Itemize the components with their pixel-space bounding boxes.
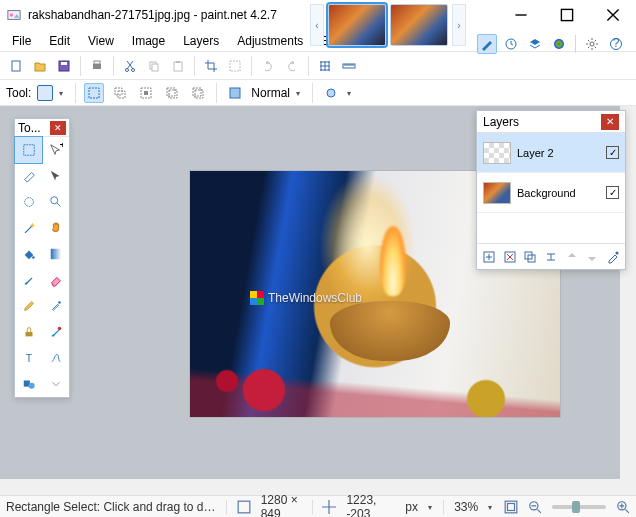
tool-shapes[interactable] bbox=[15, 371, 42, 397]
tool-paintbrush[interactable] bbox=[15, 267, 42, 293]
menu-image[interactable]: Image bbox=[124, 32, 173, 50]
blend-dropdown-icon[interactable]: ▾ bbox=[296, 89, 304, 97]
tool-dropdown-icon[interactable]: ▾ bbox=[59, 89, 67, 97]
sampling-dropdown-icon[interactable]: ▾ bbox=[347, 89, 355, 97]
menu-layers[interactable]: Layers bbox=[175, 32, 227, 50]
status-zoom[interactable]: 33% bbox=[454, 500, 478, 514]
open-icon[interactable] bbox=[30, 56, 50, 76]
layer-visibility-checkbox[interactable]: ✓ bbox=[606, 186, 619, 199]
grid-icon[interactable] bbox=[315, 56, 335, 76]
undo-icon[interactable] bbox=[258, 56, 278, 76]
status-units[interactable]: px bbox=[405, 500, 418, 514]
main-toolbar bbox=[0, 52, 636, 80]
tool-text[interactable]: T bbox=[15, 345, 42, 371]
tool-eraser[interactable] bbox=[42, 267, 69, 293]
selection-intersect-icon[interactable] bbox=[162, 83, 182, 103]
paste-icon[interactable] bbox=[168, 56, 188, 76]
layer-move-down-icon[interactable] bbox=[584, 249, 600, 265]
tool-pencil[interactable] bbox=[15, 293, 42, 319]
selection-add-icon[interactable] bbox=[110, 83, 130, 103]
tool-pan[interactable] bbox=[42, 215, 69, 241]
watermark-flag-icon bbox=[250, 291, 264, 305]
tool-selector[interactable] bbox=[37, 85, 53, 101]
print-icon[interactable] bbox=[87, 56, 107, 76]
image-thumbnail-2[interactable] bbox=[390, 4, 448, 46]
zoom-slider[interactable] bbox=[552, 505, 606, 509]
svg-point-35 bbox=[50, 197, 57, 204]
horizontal-scrollbar[interactable] bbox=[0, 479, 620, 495]
layer-properties-icon[interactable] bbox=[605, 249, 621, 265]
svg-rect-51 bbox=[507, 503, 514, 510]
history-toggle-icon[interactable] bbox=[501, 34, 521, 54]
tool-magic-wand[interactable] bbox=[15, 215, 42, 241]
ruler-icon[interactable] bbox=[339, 56, 359, 76]
tool-lasso-select[interactable] bbox=[15, 163, 42, 189]
layer-move-up-icon[interactable] bbox=[564, 249, 580, 265]
blend-mode-label[interactable]: Normal bbox=[251, 86, 290, 100]
svg-point-14 bbox=[132, 68, 135, 71]
settings-icon[interactable] bbox=[582, 34, 602, 54]
layer-row[interactable]: Background ✓ bbox=[477, 173, 625, 213]
maximize-button[interactable] bbox=[544, 0, 590, 30]
tool-move-selected-pixels[interactable] bbox=[42, 163, 69, 189]
layers-window-header[interactable]: Layers ✕ bbox=[477, 111, 625, 133]
tools-window[interactable]: To... ✕ + T bbox=[14, 118, 70, 398]
menu-view[interactable]: View bbox=[80, 32, 122, 50]
status-image-size: 1280 × 849 bbox=[261, 493, 302, 518]
imagelist-next[interactable]: › bbox=[452, 4, 466, 46]
svg-point-34 bbox=[24, 198, 33, 207]
layer-merge-icon[interactable] bbox=[543, 249, 559, 265]
layers-toggle-icon[interactable] bbox=[525, 34, 545, 54]
tools-window-header[interactable]: To... ✕ bbox=[15, 119, 69, 137]
colors-toggle-icon[interactable] bbox=[549, 34, 569, 54]
zoom-out-icon[interactable] bbox=[528, 500, 542, 514]
imagelist-prev[interactable]: ‹ bbox=[310, 4, 324, 46]
layers-window-title: Layers bbox=[483, 115, 519, 129]
zoom-in-icon[interactable] bbox=[616, 500, 630, 514]
menu-file[interactable]: File bbox=[4, 32, 39, 50]
flood-mode-icon[interactable] bbox=[225, 83, 245, 103]
tool-recolor[interactable] bbox=[42, 319, 69, 345]
tool-shapes-dropdown[interactable] bbox=[42, 371, 69, 397]
layer-duplicate-icon[interactable] bbox=[522, 249, 538, 265]
tool-gradient[interactable] bbox=[42, 241, 69, 267]
close-button[interactable] bbox=[590, 0, 636, 30]
image-thumbnail-1[interactable] bbox=[328, 4, 386, 46]
layer-visibility-checkbox[interactable]: ✓ bbox=[606, 146, 619, 159]
tool-clone-stamp[interactable] bbox=[15, 319, 42, 345]
layer-delete-icon[interactable] bbox=[502, 249, 518, 265]
layer-add-icon[interactable] bbox=[481, 249, 497, 265]
help-icon[interactable]: ? bbox=[606, 34, 626, 54]
selection-xor-icon[interactable] bbox=[188, 83, 208, 103]
layer-row[interactable]: Layer 2 ✓ bbox=[477, 133, 625, 173]
layer-name: Background bbox=[517, 187, 600, 199]
layers-window-close-icon[interactable]: ✕ bbox=[601, 114, 619, 130]
tool-paint-bucket[interactable] bbox=[15, 241, 42, 267]
tool-color-picker[interactable] bbox=[42, 293, 69, 319]
sampling-icon[interactable] bbox=[321, 83, 341, 103]
tools-window-close-icon[interactable]: ✕ bbox=[50, 121, 66, 135]
tool-rectangle-select[interactable] bbox=[15, 137, 42, 163]
minimize-button[interactable] bbox=[498, 0, 544, 30]
menu-adjustments[interactable]: Adjustments bbox=[229, 32, 311, 50]
zoom-window-icon[interactable] bbox=[504, 500, 518, 514]
app-icon bbox=[6, 7, 22, 23]
tool-line[interactable] bbox=[42, 345, 69, 371]
selection-subtract-icon[interactable] bbox=[136, 83, 156, 103]
redo-icon[interactable] bbox=[282, 56, 302, 76]
layers-window[interactable]: Layers ✕ Layer 2 ✓ Background ✓ bbox=[476, 110, 626, 270]
copy-icon[interactable] bbox=[144, 56, 164, 76]
crop-icon[interactable] bbox=[201, 56, 221, 76]
tools-toggle-icon[interactable] bbox=[477, 34, 497, 54]
tool-move-selection[interactable]: + bbox=[42, 137, 69, 163]
new-icon[interactable] bbox=[6, 56, 26, 76]
deselect-icon[interactable] bbox=[225, 56, 245, 76]
svg-rect-2 bbox=[561, 9, 572, 20]
tool-zoom[interactable] bbox=[42, 189, 69, 215]
save-icon[interactable] bbox=[54, 56, 74, 76]
svg-rect-18 bbox=[176, 61, 180, 63]
tool-ellipse-select[interactable] bbox=[15, 189, 42, 215]
selection-replace-icon[interactable] bbox=[84, 83, 104, 103]
menu-edit[interactable]: Edit bbox=[41, 32, 78, 50]
cut-icon[interactable] bbox=[120, 56, 140, 76]
